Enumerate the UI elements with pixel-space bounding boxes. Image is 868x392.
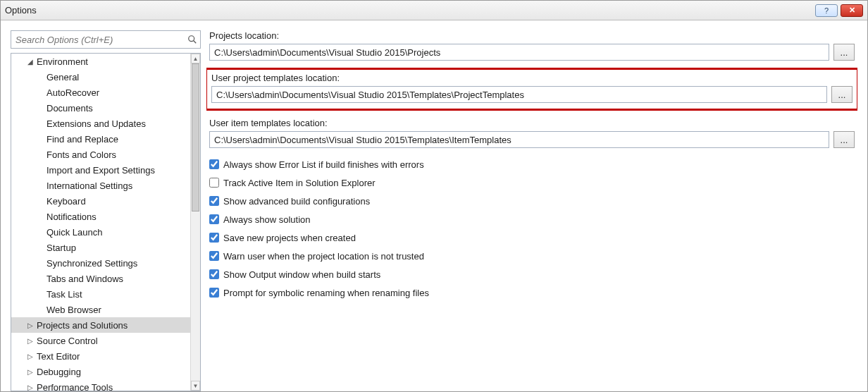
checkbox[interactable]: [209, 288, 219, 298]
tree-label: Import and Export Settings: [46, 165, 155, 176]
tree-item[interactable]: Extensions and Updates: [11, 116, 190, 131]
tree-label: Source Control: [37, 336, 98, 346]
window-title: Options: [5, 5, 815, 16]
checkbox-label[interactable]: Prompt for symbolic renaming when renami…: [223, 288, 429, 298]
tree-item[interactable]: Web Browser: [11, 302, 190, 317]
tree-label: Find and Replace: [46, 134, 118, 145]
projects-location-group: Projects location: ...: [209, 30, 855, 61]
checkbox-row: Show advanced build configurations: [209, 192, 855, 210]
checkbox[interactable]: [209, 178, 219, 188]
tree-label: Documents: [46, 103, 93, 114]
checkbox-label[interactable]: Track Active Item in Solution Explorer: [223, 178, 376, 188]
user-item-templates-label: User item templates location:: [209, 118, 855, 128]
projects-location-label: Projects location:: [209, 30, 855, 41]
chevron-right-icon: ▷: [25, 337, 35, 345]
user-item-templates-group: User item templates location: ...: [209, 118, 855, 148]
tree-item[interactable]: International Settings: [11, 178, 190, 193]
tree-label: AutoRecover: [46, 87, 99, 98]
search-icon: [185, 35, 200, 44]
category-tree: ◢ Environment GeneralAutoRecoverDocument…: [11, 53, 201, 391]
user-project-templates-group: User project templates location: ...: [206, 68, 857, 111]
tree-item[interactable]: ▷Text Editor: [11, 348, 190, 364]
tree-item[interactable]: Tabs and Windows: [11, 271, 190, 286]
browse-button[interactable]: ...: [833, 131, 855, 148]
tree-label: General: [46, 72, 79, 82]
chevron-right-icon: ▷: [25, 384, 35, 391]
scroll-up-icon[interactable]: ▲: [191, 54, 200, 63]
tree-label: Quick Launch: [46, 227, 103, 238]
tree-item[interactable]: Import and Export Settings: [11, 162, 190, 178]
left-panel: ◢ Environment GeneralAutoRecoverDocument…: [11, 30, 201, 391]
tree-item[interactable]: ▷Projects and Solutions: [11, 317, 190, 333]
checkbox[interactable]: [209, 159, 219, 169]
checkbox-label[interactable]: Show Output window when build starts: [223, 269, 380, 280]
tree-label: Synchronized Settings: [46, 258, 137, 269]
checkbox-row: Save new projects when created: [209, 228, 855, 247]
tree-item[interactable]: Startup: [11, 240, 190, 255]
tree-item[interactable]: Fonts and Colors: [11, 147, 190, 162]
tree-item[interactable]: AutoRecover: [11, 85, 190, 100]
tree-item[interactable]: Keyboard: [11, 193, 190, 209]
checkbox[interactable]: [209, 251, 219, 261]
checkbox-label[interactable]: Always show Error List if build finishes…: [223, 159, 424, 170]
settings-panel: Projects location: ... User project temp…: [206, 30, 857, 391]
checkbox[interactable]: [209, 269, 219, 279]
tree-label: Fonts and Colors: [46, 149, 116, 160]
tree-item[interactable]: Task List: [11, 286, 190, 302]
tree-item[interactable]: General: [11, 69, 190, 85]
scroll-down-icon[interactable]: ▼: [191, 381, 200, 391]
tree-item[interactable]: ▷Performance Tools: [11, 379, 190, 391]
tree-scrollbar[interactable]: ▲ ▼: [190, 54, 200, 391]
window-controls: ? ✕: [815, 4, 863, 17]
scroll-thumb[interactable]: [192, 63, 199, 212]
svg-point-0: [189, 36, 194, 42]
options-dialog: Options ? ✕ ◢ Environment GeneralAutoRec: [0, 0, 868, 392]
checkbox[interactable]: [209, 233, 219, 243]
checkbox[interactable]: [209, 196, 219, 206]
tree-label: Task List: [46, 289, 82, 300]
user-item-templates-input[interactable]: [209, 131, 829, 148]
tree-item[interactable]: ▷Source Control: [11, 333, 190, 348]
checkbox-row: Warn user when the project location is n…: [209, 247, 855, 265]
checkbox[interactable]: [209, 214, 219, 224]
tree-label: Notifications: [46, 212, 97, 222]
checkbox-list: Always show Error List if build finishes…: [209, 155, 855, 302]
user-project-templates-label: User project templates location:: [211, 73, 852, 83]
checkbox-label[interactable]: Warn user when the project location is n…: [223, 251, 424, 262]
help-button[interactable]: ?: [815, 4, 838, 17]
checkbox-label[interactable]: Save new projects when created: [223, 233, 356, 243]
content-area: ◢ Environment GeneralAutoRecoverDocument…: [1, 20, 867, 391]
tree-label: Environment: [37, 56, 88, 67]
tree-item[interactable]: Synchronized Settings: [11, 255, 190, 271]
svg-line-1: [194, 41, 197, 44]
tree-label: Startup: [46, 243, 76, 253]
checkbox-row: Always show solution: [209, 210, 855, 228]
scroll-track[interactable]: [191, 63, 200, 381]
projects-location-input[interactable]: [209, 44, 829, 61]
checkbox-row: Show Output window when build starts: [209, 265, 855, 283]
tree-label: Text Editor: [37, 351, 80, 362]
user-project-templates-input[interactable]: [211, 86, 827, 103]
close-button[interactable]: ✕: [841, 4, 863, 17]
titlebar: Options ? ✕: [1, 1, 867, 20]
browse-button[interactable]: ...: [833, 44, 855, 61]
tree-item[interactable]: Quick Launch: [11, 224, 190, 240]
chevron-right-icon: ▷: [25, 321, 35, 329]
tree-item-environment[interactable]: ◢ Environment: [11, 54, 190, 69]
search-options[interactable]: [11, 30, 201, 49]
tree-label: International Settings: [46, 180, 132, 191]
tree-label: Performance Tools: [37, 382, 113, 391]
checkbox-label[interactable]: Show advanced build configurations: [223, 196, 370, 207]
tree-label: Web Browser: [46, 305, 101, 315]
tree-item[interactable]: Find and Replace: [11, 131, 190, 147]
tree-item[interactable]: Notifications: [11, 209, 190, 224]
search-input[interactable]: [11, 35, 185, 45]
tree-item[interactable]: ▷Debugging: [11, 364, 190, 379]
checkbox-row: Prompt for symbolic renaming when renami…: [209, 283, 855, 302]
tree-label: Extensions and Updates: [46, 118, 146, 129]
checkbox-label[interactable]: Always show solution: [223, 214, 311, 225]
chevron-right-icon: ▷: [25, 368, 35, 376]
tree-label: Keyboard: [46, 196, 86, 207]
browse-button[interactable]: ...: [831, 86, 852, 103]
tree-item[interactable]: Documents: [11, 100, 190, 116]
